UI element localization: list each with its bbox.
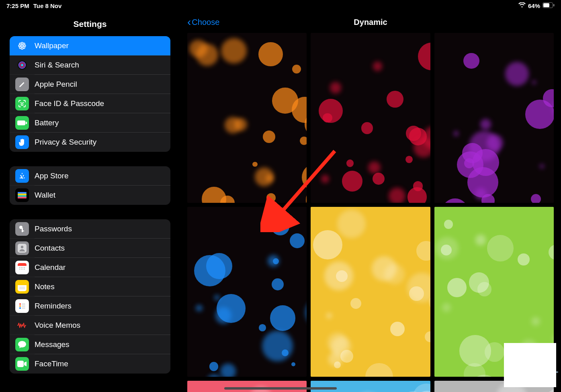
sidebar-section: PasswordsContactsCalendarNotesRemindersV… [10,219,170,374]
status-bar: 7:25 PM Tue 8 Nov 64% [0,0,561,11]
sidebar-item-app-store[interactable]: App Store [10,166,170,186]
sidebar-item-messages[interactable]: Messages [10,335,170,354]
battery-icon [15,116,29,130]
detail-pane: ‹ Choose Dynamic [180,11,561,392]
svg-point-48 [19,307,21,309]
svg-point-47 [19,305,21,307]
svg-rect-42 [18,284,27,285]
wallpaper-thumb-3[interactable] [187,207,307,377]
facetime-icon [15,357,29,371]
sidebar-item-facetime[interactable]: FaceTime [10,354,170,374]
sidebar-item-contacts[interactable]: Contacts [10,239,170,258]
wallpaper-thumb-0[interactable] [187,33,307,203]
wallpaper-thumb-6[interactable] [187,381,307,392]
svg-point-39 [24,269,25,270]
sidebar-item-notes[interactable]: Notes [10,277,170,296]
sidebar-title: Settings [0,11,180,36]
svg-point-17 [23,103,24,103]
svg-point-46 [19,303,21,305]
svg-point-9 [23,43,25,45]
sidebar-item-label: Apple Pencil [35,80,77,89]
sidebar-item-label: Battery [35,118,59,127]
svg-rect-31 [18,265,27,266]
calendar-icon [15,261,29,274]
sidebar-item-privacy-security[interactable]: Privacy & Security [10,133,170,152]
contacts-icon [15,241,29,255]
sidebar-item-siri-search[interactable]: Siri & Search [10,55,170,75]
sidebar-item-label: Calendar [35,263,66,272]
sidebar-item-wallpaper[interactable]: Wallpaper [10,36,170,55]
pencil-icon [15,78,29,91]
svg-rect-21 [18,194,27,195]
svg-point-32 [19,267,20,268]
svg-rect-18 [17,120,25,125]
voicememo-icon [15,318,29,332]
svg-point-16 [21,103,21,103]
svg-point-36 [19,269,20,270]
svg-point-34 [23,267,23,268]
svg-point-33 [21,267,22,268]
faceid-icon [15,97,29,110]
sidebar-item-battery[interactable]: Battery [10,113,170,133]
back-label: Choose [192,18,219,27]
status-time: 7:25 PM [6,2,29,9]
sidebar-item-passwords[interactable]: Passwords [10,219,170,239]
key-icon [15,222,29,236]
sidebar-item-wallet[interactable]: Wallet [10,186,170,205]
svg-rect-52 [17,361,24,367]
svg-point-35 [24,267,25,268]
svg-point-11 [23,47,25,49]
siri-icon [15,58,29,72]
sidebar-item-label: Contacts [35,244,65,253]
svg-point-38 [23,269,23,270]
wallpaper-thumb-1[interactable] [311,33,430,203]
home-indicator [224,387,337,390]
sidebar-item-label: App Store [35,172,69,180]
svg-point-8 [19,43,21,45]
svg-rect-1 [543,3,549,7]
svg-rect-25 [22,228,23,232]
wallpaper-thumb-7[interactable] [311,381,430,392]
sidebar-item-calendar[interactable]: Calendar [10,258,170,277]
svg-rect-19 [26,122,27,124]
svg-rect-2 [553,4,555,6]
wifi-icon [518,2,526,9]
sidebar-item-label: Siri & Search [35,61,79,69]
wallpaper-thumb-2[interactable] [434,33,554,203]
detail-title: Dynamic [180,18,561,27]
sidebar-item-label: FaceTime [35,359,68,368]
svg-rect-49 [22,304,25,304]
sidebar-item-apple-pencil[interactable]: Apple Pencil [10,75,170,94]
svg-point-3 [21,45,23,47]
svg-rect-22 [18,195,27,197]
notes-icon [15,280,29,294]
sidebar-item-label: Wallet [35,191,55,200]
sidebar-item-label: Wallpaper [35,41,69,50]
sidebar-item-face-id-passcode[interactable]: Face ID & Passcode [10,94,170,113]
hand-icon [15,135,29,149]
chevron-left-icon: ‹ [187,16,191,28]
svg-rect-26 [23,231,24,231]
svg-rect-20 [18,192,27,194]
svg-point-37 [21,269,22,270]
svg-point-10 [19,47,21,49]
svg-rect-23 [18,197,27,198]
sidebar-section: App StoreWallet [10,166,170,205]
sidebar-section: WallpaperSiri & SearchApple PencilFace I… [10,36,170,152]
flower-icon [15,39,29,53]
sidebar-item-label: Privacy & Security [35,138,96,147]
back-button[interactable]: ‹ Choose [187,16,219,28]
appstore-icon [15,169,29,183]
svg-point-28 [21,246,23,248]
sidebar-item-voice-memos[interactable]: Voice Memos [10,316,170,335]
wallpaper-grid [187,33,554,392]
sidebar-item-label: Notes [35,282,55,291]
svg-point-15 [21,64,23,66]
wallpaper-thumb-4[interactable] [311,207,430,377]
messages-icon [15,338,29,351]
svg-rect-51 [22,308,25,308]
reminders-icon [15,299,29,313]
sidebar-item-label: Voice Memos [35,321,80,330]
sidebar-item-reminders[interactable]: Reminders [10,296,170,316]
sidebar-item-label: Messages [35,340,70,349]
